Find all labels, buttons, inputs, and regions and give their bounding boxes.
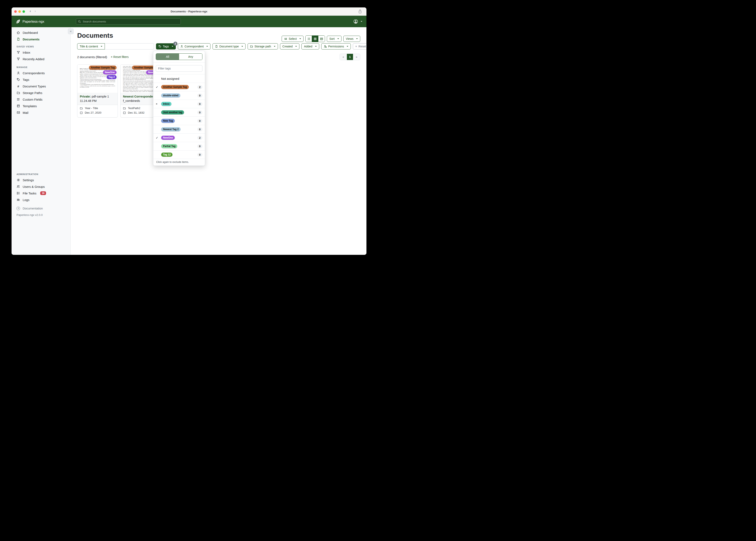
sidebar-item-templates[interactable]: Templates <box>12 103 70 109</box>
tag-option[interactable]: double-sided 0 <box>153 91 205 100</box>
grid-view-button[interactable] <box>312 36 318 42</box>
sidebar-item-inbox[interactable]: Inbox <box>12 49 70 56</box>
tag-pill[interactable]: Another Sample Tag <box>89 66 117 70</box>
sidebar-bottom: ADMINISTRATION Settings Users & Groups F… <box>12 169 70 255</box>
tags-filter-badge: 3 <box>173 42 177 46</box>
next-page-button[interactable]: » <box>353 54 360 60</box>
tag-option[interactable]: Partial Tag 0 <box>153 142 205 151</box>
sidebar-item-correspondents[interactable]: Correspondents <box>12 70 70 76</box>
prev-page-button[interactable]: « <box>340 54 347 60</box>
home-icon <box>17 31 20 34</box>
sort-label: Sort <box>329 37 335 40</box>
chevron-down-icon <box>299 38 301 40</box>
permissions-filter-button[interactable]: Permissions <box>321 43 351 50</box>
title-content-input[interactable] <box>105 43 154 50</box>
logs-icon <box>17 198 20 202</box>
tags-filter-dropdown: All Any Not assigned ✓ Another Sample Ta… <box>153 51 205 166</box>
sidebar-item-documents[interactable]: Documents <box>12 36 70 42</box>
sidebar-item-custom-fields[interactable]: Custom Fields <box>12 96 70 103</box>
document-title-text: f_combineds <box>123 99 140 103</box>
sidebar-item-storage-paths[interactable]: Storage Paths <box>12 90 70 96</box>
current-page-button[interactable]: 1 <box>347 54 353 60</box>
tag-pill[interactable]: NewOne <box>103 70 117 74</box>
chevron-down-icon <box>361 21 362 23</box>
document-title[interactable]: Private: pdf-sample 1 11.24.48 PM <box>77 93 118 105</box>
window-title: Documents - Paperless-ngx <box>12 7 366 16</box>
tags-list: Not assigned ✓ Another Sample Tag 2 doub… <box>153 74 205 159</box>
rows-view-icon <box>320 37 323 40</box>
sidebar-item-label: Correspondents <box>23 71 45 75</box>
tag-pill[interactable]: Tag 2 <box>107 75 117 79</box>
app-window: ‹ › Documents - Paperless-ngx Paperless-… <box>12 7 366 255</box>
chevron-down-icon <box>315 46 317 48</box>
check-icon: ✓ <box>156 85 161 89</box>
tag-pill: Newest Tag 2 <box>161 127 181 131</box>
tags-match-all-button[interactable]: All <box>156 54 179 60</box>
sidebar-item-document-types[interactable]: # Document Types <box>12 83 70 90</box>
tag-count-badge: 0 <box>197 111 202 114</box>
list-view-button[interactable] <box>306 36 312 42</box>
chevron-down-icon <box>172 46 173 48</box>
tag-option[interactable]: × Inbox 0 <box>153 100 205 108</box>
chevron-down-icon <box>206 46 208 48</box>
tag-pill: double-sided <box>161 93 180 98</box>
correspondent-prefix: Private: <box>80 95 91 98</box>
user-menu[interactable] <box>353 19 362 24</box>
sidebar-item-tags[interactable]: Tags <box>12 76 70 83</box>
tag-count-badge: 0 <box>197 102 202 106</box>
sidebar-collapse-button[interactable]: « <box>68 28 74 34</box>
sidebar-item-users-groups[interactable]: Users & Groups <box>12 183 70 190</box>
reset-filters-button[interactable]: × Reset filters <box>353 43 366 50</box>
correspondent-filter-button[interactable]: Correspondent <box>178 43 211 50</box>
sidebar-item-mail[interactable]: Mail <box>12 109 70 116</box>
folder-icon <box>80 107 83 110</box>
tag-option[interactable]: ✓ Another Sample Tag 2 <box>153 83 205 91</box>
reset-link-label: Reset filters <box>113 55 129 59</box>
sidebar-item-documentation[interactable]: ? Documentation <box>12 205 70 212</box>
document-type-filter-button[interactable]: Document type <box>213 43 246 50</box>
chevron-down-icon <box>347 46 348 48</box>
search-input[interactable] <box>82 20 179 23</box>
sidebar-item-logs[interactable]: Logs <box>12 197 70 203</box>
document-card[interactable]: Adobe Acrobat PDF Files Adobe® Portable … <box>77 64 118 118</box>
search-field-selector-button[interactable]: Title & content <box>77 43 105 50</box>
added-filter-button[interactable]: Added <box>301 43 319 50</box>
sidebar-item-settings[interactable]: Settings <box>12 177 70 183</box>
sidebar-item-label: Recently Added <box>23 57 44 61</box>
sidebar-item-dashboard[interactable]: Dashboard <box>12 29 70 36</box>
table-view-button[interactable] <box>318 36 325 42</box>
not-assigned-label: Not assigned <box>161 77 179 80</box>
storage-path-filter-button[interactable]: Storage path <box>248 43 278 50</box>
tags-filter-wrap: Tags 3 <box>156 43 176 50</box>
correspondent-filter-label: Correspondent <box>185 45 204 48</box>
sidebar-item-file-tasks[interactable]: File Tasks 16 <box>12 190 70 197</box>
task-list-icon <box>17 192 20 195</box>
sidebar-item-label: File Tasks <box>23 192 36 195</box>
tags-filter-button[interactable]: Tags <box>156 43 176 50</box>
storage-path-row: Year - Title <box>80 107 115 110</box>
users-icon <box>17 185 20 188</box>
global-search[interactable] <box>76 18 181 25</box>
select-list-icon <box>284 37 287 40</box>
tags-match-any-button[interactable]: Any <box>179 54 202 60</box>
folder-icon <box>250 45 253 48</box>
brand[interactable]: Paperless-ngx <box>15 19 44 24</box>
document-meta: Year - Title Dec 27, 2020 <box>77 105 118 117</box>
select-button[interactable]: Select <box>282 36 304 42</box>
document-count: 2 documents (filtered) <box>77 55 107 59</box>
tag-option-not-assigned[interactable]: Not assigned <box>153 74 205 83</box>
share-icon[interactable] <box>358 9 362 14</box>
sidebar-item-recently-added[interactable]: Recently Added <box>12 56 70 62</box>
tag-option[interactable]: New Tag 0 <box>153 117 205 125</box>
tag-option[interactable]: Newest Tag 2 0 <box>153 125 205 134</box>
tag-option[interactable]: Tag 12 0 <box>153 151 205 159</box>
views-button[interactable]: Views <box>343 36 360 42</box>
created-filter-button[interactable]: Created <box>280 43 300 50</box>
date-row: Dec 27, 2020 <box>80 111 115 114</box>
reset-filters-link[interactable]: × Reset filters <box>111 55 129 59</box>
document-type-filter-label: Document type <box>219 45 239 48</box>
filter-tags-input[interactable] <box>156 65 202 72</box>
tag-option[interactable]: ✓ NewOne 2 <box>153 134 205 142</box>
sort-button[interactable]: Sort <box>327 36 341 42</box>
tag-option[interactable]: Just another tag 0 <box>153 108 205 117</box>
